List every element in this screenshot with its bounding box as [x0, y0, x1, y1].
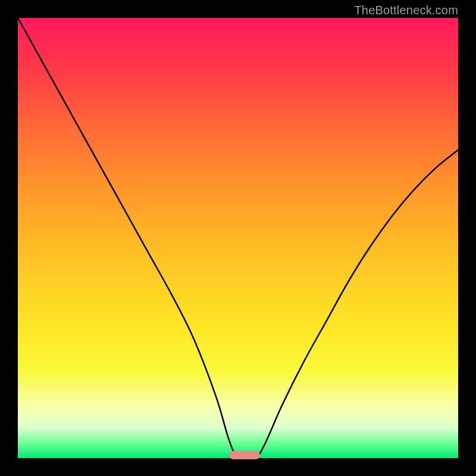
chart-container: TheBottleneck.com — [0, 0, 476, 476]
attribution-text: TheBottleneck.com — [354, 4, 458, 17]
bottleneck-curve — [18, 18, 458, 458]
optimal-range-marker — [229, 451, 260, 459]
plot-area — [18, 18, 458, 458]
